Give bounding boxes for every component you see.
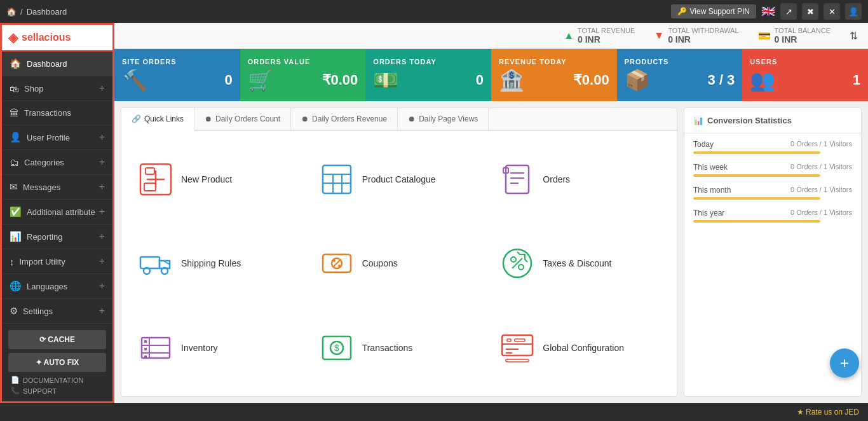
external-link-button[interactable]: ↗ — [780, 3, 797, 20]
close-button[interactable]: ✕ — [824, 3, 840, 20]
view-support-pin-button[interactable]: 🔑 View Support PIN — [671, 4, 757, 18]
svg-rect-5 — [323, 165, 351, 193]
expand-icon-languages[interactable]: + — [99, 280, 105, 292]
tab-quick-links[interactable]: 🔗Quick Links — [121, 108, 194, 131]
metric-value-users: 1 — [853, 72, 860, 88]
sidebar-item-settings[interactable]: ⚙ Settings + — [2, 299, 112, 324]
sidebar-nav: 🏠 Dashboard 🛍 Shop + 🏛 Transactions 👤 Us… — [2, 52, 112, 324]
nav-icon-additional-attribute: ✅ — [10, 206, 22, 217]
metric-card-orders-value: ORDERS VALUE 🛒 ₹0.00 — [240, 49, 366, 101]
breadcrumb-separator: / — [20, 7, 23, 17]
metric-icon-products: 📦 — [625, 68, 650, 92]
quick-link-icon-taxes-discount — [499, 245, 535, 281]
sidebar-item-user-profile[interactable]: 👤 User Profile + — [2, 125, 112, 150]
sidebar-item-messages[interactable]: ✉ Messages + — [2, 175, 112, 200]
tab-icon-quick-links: 🔗 — [132, 114, 141, 123]
quick-link-inventory[interactable]: Inventory — [134, 312, 302, 383]
autofix-button[interactable]: ✦ AUTO FIX — [8, 353, 106, 372]
tab-label-daily-orders-revenue: Daily Orders Revenue — [312, 114, 387, 123]
tab-daily-orders-revenue[interactable]: ⏺Daily Orders Revenue — [291, 108, 398, 130]
total-withdrawal-stat: ▼ TOTAL WITHDRAWAL 0 INR — [654, 27, 738, 45]
cache-button[interactable]: ⟳ CACHE — [8, 330, 106, 349]
sort-arrows-icon[interactable]: ⇅ — [850, 30, 858, 42]
quick-link-transactions[interactable]: $ Transactions — [315, 312, 484, 383]
quick-link-icon-coupons — [319, 245, 355, 281]
conversion-rows: Today 0 Orders / 1 Visitors This week 0 … — [684, 134, 861, 229]
conv-value-this-month: 0 Orders / 1 Visitors — [790, 186, 852, 195]
tab-label-daily-orders-count: Daily Orders Count — [215, 114, 280, 123]
svg-text:$: $ — [334, 343, 339, 353]
quick-link-orders[interactable]: Orders — [496, 144, 664, 215]
expand-icon-reporting[interactable]: + — [99, 231, 105, 242]
sidebar-item-additional-attribute[interactable]: ✅ Additional attribute + — [2, 200, 112, 224]
expand-icon-categories[interactable]: + — [99, 156, 105, 168]
sidebar-item-reporting[interactable]: 📊 Reporting + — [2, 224, 112, 249]
nav-label-import-utility: Import Utility — [20, 257, 65, 266]
tab-icon-daily-page-views: ⏺ — [408, 114, 416, 123]
sidebar-item-import-utility[interactable]: ↕ Import Utility + — [2, 249, 112, 274]
quick-link-new-product[interactable]: New Product — [134, 144, 302, 215]
expand-icon-messages[interactable]: + — [99, 181, 105, 193]
documentation-link[interactable]: 📄 DOCUMENTATION — [11, 376, 104, 384]
nav-icon-languages: 🌐 — [10, 280, 22, 292]
quick-link-label-taxes-discount: Taxes & Discount — [543, 258, 611, 268]
expand-icon-import-utility[interactable]: + — [99, 256, 105, 267]
quick-link-shipping-rules[interactable]: Shipping Rules — [134, 228, 302, 299]
nav-icon-messages: ✉ — [10, 181, 18, 193]
quick-link-product-catalogue[interactable]: Product Catalogue — [315, 144, 484, 215]
expand-icon-user-profile[interactable]: + — [99, 132, 105, 143]
nav-icon-settings: ⚙ — [10, 305, 18, 317]
metric-value-orders-today: 0 — [476, 72, 484, 88]
home-icon[interactable]: 🏠 — [6, 7, 17, 17]
nav-icon-shop: 🛍 — [10, 83, 19, 94]
bottom-bar: ★ Rate us on JED — [0, 403, 868, 421]
conv-label-this-week: This week — [693, 163, 728, 172]
total-revenue-label: TOTAL REVENUE — [578, 27, 635, 34]
metric-card-orders-today: ORDERS TODAY 💵 0 — [365, 49, 491, 101]
total-balance-value: 0 INR — [775, 34, 797, 45]
dashboard-main: 🔗Quick Links⏺Daily Orders Count⏺Daily Or… — [114, 101, 868, 403]
svg-rect-3 — [144, 183, 156, 191]
conversion-row-this-year: This year 0 Orders / 1 Visitors — [693, 209, 852, 223]
conv-bar-this-year — [693, 220, 820, 223]
tab-daily-orders-count[interactable]: ⏺Daily Orders Count — [194, 108, 291, 130]
sidebar-item-categories[interactable]: 🗂 Categories + — [2, 150, 112, 175]
sidebar-item-languages[interactable]: 🌐 Languages + — [2, 274, 112, 299]
nav-icon-transactions: 🏛 — [10, 107, 19, 118]
doc-icon: 📄 — [11, 376, 20, 384]
sidebar-logo: ◈ sellacious — [2, 25, 112, 52]
balance-icon: 💳 — [758, 30, 771, 42]
metric-icon-site-orders: 🔨 — [122, 68, 147, 92]
nav-label-reporting: Reporting — [27, 232, 62, 242]
nav-icon-categories: 🗂 — [10, 157, 19, 168]
expand-icon-additional-attribute[interactable]: + — [99, 206, 105, 217]
expand-icon-shop[interactable]: + — [99, 83, 105, 94]
support-link[interactable]: 📞 SUPPORT — [11, 387, 104, 395]
total-revenue-value: 0 INR — [578, 34, 600, 45]
quick-link-label-transactions: Transactions — [362, 343, 413, 353]
sidebar-item-transactions[interactable]: 🏛 Transactions — [2, 101, 112, 125]
conv-label-this-month: This month — [693, 186, 731, 195]
flag-icon[interactable]: 🇬🇧 — [761, 4, 775, 18]
tab-daily-page-views[interactable]: ⏺Daily Page Views — [398, 108, 489, 130]
rate-us-link[interactable]: ★ Rate us on JED — [797, 408, 859, 417]
quick-link-global-configuration[interactable]: Global Configuration — [496, 312, 664, 383]
fab-button[interactable]: + — [830, 349, 859, 378]
sidebar-item-dashboard[interactable]: 🏠 Dashboard — [2, 52, 112, 76]
nav-label-languages: Languages — [27, 282, 67, 291]
quick-link-label-global-configuration: Global Configuration — [543, 343, 624, 353]
stats-bar: ▲ TOTAL REVENUE 0 INR ▼ TOTAL WITHDRAWAL… — [114, 23, 868, 49]
quick-link-label-inventory: Inventory — [181, 343, 218, 353]
joomla-button[interactable]: ✖ — [802, 3, 818, 20]
sidebar-item-shop[interactable]: 🛍 Shop + — [2, 76, 112, 101]
quick-link-taxes-discount[interactable]: Taxes & Discount — [496, 228, 664, 299]
quick-link-coupons[interactable]: Coupons — [315, 228, 484, 299]
logo-icon: ◈ — [8, 30, 18, 45]
metric-title-revenue-today: REVENUE TODAY — [499, 58, 609, 66]
expand-icon-settings[interactable]: + — [99, 305, 105, 317]
metric-icon-orders-value: 🛒 — [248, 68, 273, 92]
conv-bar-today — [693, 151, 820, 154]
user-button[interactable]: 👤 — [845, 3, 862, 20]
quick-link-label-product-catalogue: Product Catalogue — [362, 174, 436, 184]
breadcrumb: 🏠 / Dashboard — [6, 7, 67, 17]
